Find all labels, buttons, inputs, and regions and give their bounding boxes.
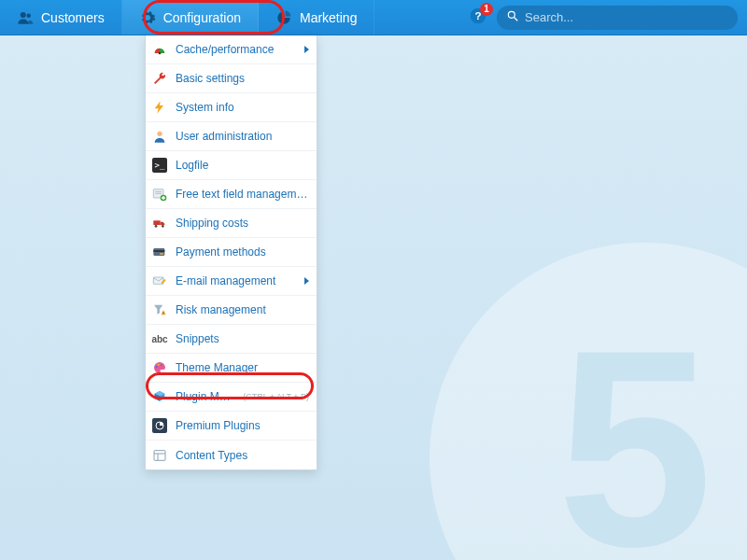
menu-label: Plugin Manager — [176, 390, 232, 403]
help-button[interactable]: ? 1 — [459, 0, 497, 35]
menu-label: Premium Plugins — [176, 419, 309, 432]
menu-shipping-costs[interactable]: Shipping costs — [146, 209, 317, 238]
search-box[interactable] — [497, 6, 738, 30]
menu-free-text-fields[interactable]: Free text field management — [146, 180, 317, 209]
svg-point-13 — [155, 225, 158, 228]
svg-point-7 — [157, 132, 162, 136]
package-icon — [151, 388, 168, 405]
menu-logfile[interactable]: >_ Logfile — [146, 151, 317, 180]
menu-label: System info — [176, 101, 309, 114]
configuration-dropdown: Cache/performance Basic settings System … — [145, 35, 317, 470]
menu-label: Risk management — [176, 303, 309, 316]
lightning-icon — [151, 99, 168, 116]
menu-theme-manager[interactable]: Theme Manager — [146, 354, 317, 383]
notification-badge: 1 — [480, 3, 493, 16]
truck-icon — [151, 215, 168, 231]
menu-label: Content Types — [176, 449, 309, 462]
svg-point-0 — [21, 12, 26, 18]
layout-icon — [151, 447, 168, 464]
menu-label: User administration — [176, 130, 309, 143]
search-container — [497, 0, 747, 35]
people-icon — [17, 9, 34, 26]
menu-label: Basic settings — [176, 72, 309, 85]
svg-line-5 — [514, 18, 518, 21]
menu-label: E-mail management — [176, 274, 297, 287]
funnel-warning-icon — [151, 301, 168, 318]
svg-rect-12 — [153, 220, 160, 225]
search-icon — [506, 9, 519, 25]
menu-premium-plugins[interactable]: Premium Plugins — [146, 412, 317, 441]
menu-payment-methods[interactable]: Payment methods — [146, 238, 317, 267]
menu-snippets[interactable]: abc Snippets — [146, 325, 317, 354]
svg-point-23 — [161, 364, 162, 366]
form-add-icon — [151, 186, 168, 203]
menu-basic-settings[interactable]: Basic settings — [146, 64, 317, 93]
menu-plugin-manager[interactable]: Plugin Manager (CTRL + ALT + P) — [146, 383, 317, 412]
nav-marketing[interactable]: Marketing — [259, 0, 374, 35]
user-icon — [151, 128, 168, 145]
svg-rect-19 — [163, 312, 164, 314]
premium-icon — [151, 417, 168, 434]
svg-rect-16 — [153, 250, 164, 252]
gear-icon — [139, 9, 156, 26]
top-nav: Customers Configuration Marketing ? 1 — [0, 0, 747, 35]
search-input[interactable] — [525, 10, 728, 24]
svg-rect-17 — [160, 253, 163, 254]
menu-label: Theme Manager — [176, 361, 309, 374]
svg-point-22 — [158, 364, 160, 366]
svg-point-21 — [156, 366, 158, 368]
svg-rect-24 — [154, 450, 165, 460]
envelope-edit-icon — [151, 273, 168, 289]
nav-customers[interactable]: Customers — [0, 0, 122, 35]
abc-icon: abc — [151, 330, 168, 347]
menu-label: Payment methods — [176, 245, 309, 259]
svg-point-6 — [159, 52, 162, 55]
nav-marketing-label: Marketing — [300, 10, 357, 25]
terminal-icon: >_ — [151, 157, 168, 174]
wrench-icon — [151, 70, 168, 87]
menu-label: Shipping costs — [176, 217, 309, 230]
menu-cache-performance[interactable]: Cache/performance — [146, 35, 317, 64]
menu-label: Logfile — [176, 159, 309, 172]
nav-configuration[interactable]: Configuration — [122, 0, 259, 35]
nav-customers-label: Customers — [41, 10, 105, 25]
brand-watermark — [430, 243, 747, 560]
menu-user-administration[interactable]: User administration — [146, 122, 317, 151]
palette-icon — [151, 359, 168, 376]
menu-risk-management[interactable]: Risk management — [146, 296, 317, 325]
menu-label: Free text field management — [176, 188, 309, 201]
svg-point-4 — [508, 11, 514, 18]
menu-label: Cache/performance — [176, 43, 297, 56]
chevron-right-icon — [304, 277, 309, 285]
gauge-icon — [151, 41, 168, 58]
menu-content-types[interactable]: Content Types — [146, 441, 317, 469]
svg-rect-20 — [163, 314, 164, 315]
menu-email-management[interactable]: E-mail management — [146, 267, 317, 296]
pie-chart-icon — [275, 9, 292, 26]
nav-configuration-label: Configuration — [163, 10, 241, 25]
shortcut-hint: (CTRL + ALT + P) — [243, 392, 309, 401]
credit-card-icon — [151, 244, 168, 260]
chevron-right-icon — [304, 46, 309, 53]
menu-system-info[interactable]: System info — [146, 93, 317, 122]
svg-point-1 — [27, 13, 32, 18]
svg-point-14 — [162, 225, 164, 228]
menu-label: Snippets — [176, 332, 309, 345]
